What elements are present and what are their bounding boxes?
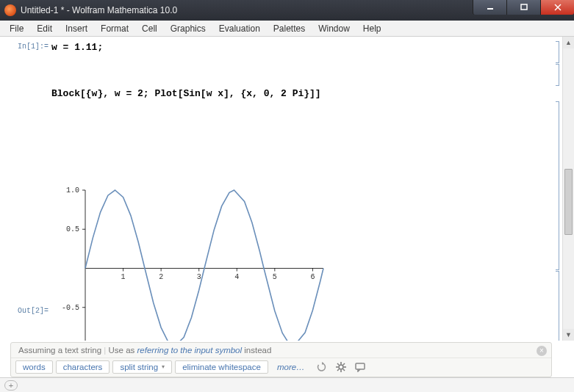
cell-body-in1-line1[interactable]: w = 1.11; xyxy=(49,41,550,54)
svg-line-34 xyxy=(343,363,345,365)
svg-text:4: 4 xyxy=(234,273,239,281)
svg-line-31 xyxy=(337,363,339,365)
suggest-characters-button[interactable]: characters xyxy=(56,360,110,374)
close-icon xyxy=(554,4,562,11)
window-titlebar: Untitled-1 * - Wolfram Mathematica 10.0 xyxy=(0,0,574,21)
cell-body-in1-line2[interactable]: Block[{w}, w = 2; Plot[Sin[w x], {x, 0, … xyxy=(49,87,550,100)
menubar: File Edit Insert Format Cell Graphics Ev… xyxy=(0,21,574,37)
minimize-button[interactable] xyxy=(473,0,506,15)
cell-label-in1: In[1]:= xyxy=(10,41,49,51)
menu-file[interactable]: File xyxy=(3,22,30,35)
svg-rect-35 xyxy=(356,363,365,369)
new-cell-button[interactable]: + xyxy=(4,380,18,391)
svg-text:1.0: 1.0 xyxy=(66,186,79,195)
sine-plot: 123456-1.0-0.50.51.0 xyxy=(51,183,331,341)
svg-point-26 xyxy=(339,365,343,369)
refresh-icon[interactable] xyxy=(314,360,330,374)
suggest-words-button[interactable]: words xyxy=(15,360,53,374)
suggestion-alt-link[interactable]: referring to the input symbol xyxy=(137,346,243,355)
menu-format[interactable]: Format xyxy=(94,22,135,35)
minimize-icon xyxy=(487,4,494,11)
svg-text:5: 5 xyxy=(273,273,277,281)
menu-evaluation[interactable]: Evaluation xyxy=(212,22,267,35)
suggest-split-string-button[interactable]: split string xyxy=(112,360,172,374)
menu-palettes[interactable]: Palettes xyxy=(267,22,312,35)
scroll-up-button[interactable]: ▲ xyxy=(563,37,574,48)
menu-graphics[interactable]: Graphics xyxy=(164,22,212,35)
menu-insert[interactable]: Insert xyxy=(59,22,94,35)
scroll-down-button[interactable]: ▼ xyxy=(563,329,574,341)
scroll-thumb[interactable] xyxy=(564,169,573,235)
svg-text:3: 3 xyxy=(197,273,201,281)
input-cell-1b[interactable]: Block[{w}, w = 2; Plot[Sin[w x], {x, 0, … xyxy=(10,87,561,100)
suggestion-bar: × Assuming a text string | Use as referr… xyxy=(10,342,552,377)
suggest-eliminate-whitespace-button[interactable]: eliminate whitespace xyxy=(175,360,268,374)
svg-rect-1 xyxy=(521,4,527,10)
notebook-area[interactable]: In[1]:= w = 1.11; Block[{w}, w = 2; Plot… xyxy=(0,37,562,341)
suggestion-close-button[interactable]: × xyxy=(537,346,547,356)
window-controls xyxy=(473,0,574,15)
maximize-button[interactable] xyxy=(506,0,540,15)
svg-line-32 xyxy=(343,369,345,371)
svg-text:2: 2 xyxy=(159,273,163,281)
feedback-icon[interactable] xyxy=(352,360,368,374)
menu-cell[interactable]: Cell xyxy=(135,22,164,35)
suggestion-assumption: Assuming a text string | Use as referrin… xyxy=(11,343,551,358)
svg-text:6: 6 xyxy=(310,273,315,281)
cell-label-out2: Out[2]= xyxy=(10,226,49,315)
svg-line-33 xyxy=(337,369,339,371)
window-title: Untitled-1 * - Wolfram Mathematica 10.0 xyxy=(21,5,177,15)
svg-text:-0.5: -0.5 xyxy=(62,304,79,312)
input-cell-1[interactable]: In[1]:= w = 1.11; xyxy=(10,41,561,86)
status-bar: + xyxy=(0,377,574,392)
menu-edit[interactable]: Edit xyxy=(30,22,59,35)
output-cell-2: Out[2]= 123456-1.0-0.50.51.0 xyxy=(10,101,561,341)
menu-window[interactable]: Window xyxy=(312,22,356,35)
vertical-scrollbar[interactable]: ▲ ▼ xyxy=(562,37,574,341)
suggestion-actions: words characters split string eliminate … xyxy=(11,358,551,375)
gear-icon[interactable] xyxy=(333,360,349,374)
svg-text:1: 1 xyxy=(121,273,126,281)
suggest-more-link[interactable]: more… xyxy=(271,363,311,371)
plot-output[interactable]: 123456-1.0-0.50.51.0 xyxy=(49,182,550,341)
app-icon xyxy=(4,4,16,16)
svg-text:0.5: 0.5 xyxy=(66,225,79,233)
maximize-icon xyxy=(520,4,528,11)
close-button[interactable] xyxy=(540,0,574,15)
menu-help[interactable]: Help xyxy=(356,22,388,35)
